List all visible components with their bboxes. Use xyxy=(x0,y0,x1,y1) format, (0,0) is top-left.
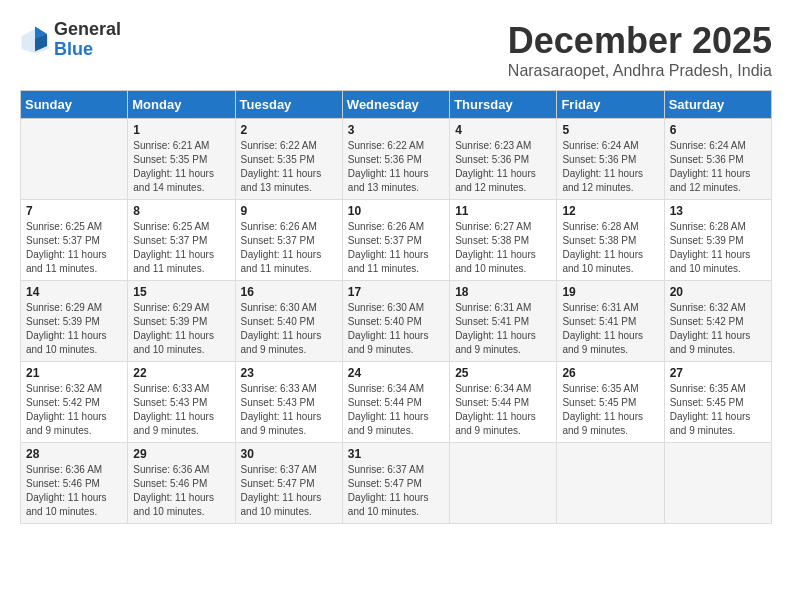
day-info: Sunrise: 6:36 AMSunset: 5:46 PMDaylight:… xyxy=(26,463,122,519)
calendar-cell: 8Sunrise: 6:25 AMSunset: 5:37 PMDaylight… xyxy=(128,200,235,281)
day-number: 22 xyxy=(133,366,229,380)
day-number: 21 xyxy=(26,366,122,380)
calendar-cell xyxy=(450,443,557,524)
logo-general-text: General xyxy=(54,20,121,40)
day-number: 28 xyxy=(26,447,122,461)
day-info: Sunrise: 6:32 AMSunset: 5:42 PMDaylight:… xyxy=(26,382,122,438)
calendar-week-5: 28Sunrise: 6:36 AMSunset: 5:46 PMDayligh… xyxy=(21,443,772,524)
calendar-cell: 16Sunrise: 6:30 AMSunset: 5:40 PMDayligh… xyxy=(235,281,342,362)
day-info: Sunrise: 6:25 AMSunset: 5:37 PMDaylight:… xyxy=(133,220,229,276)
day-info: Sunrise: 6:23 AMSunset: 5:36 PMDaylight:… xyxy=(455,139,551,195)
calendar-cell: 10Sunrise: 6:26 AMSunset: 5:37 PMDayligh… xyxy=(342,200,449,281)
day-info: Sunrise: 6:32 AMSunset: 5:42 PMDaylight:… xyxy=(670,301,766,357)
calendar-cell: 9Sunrise: 6:26 AMSunset: 5:37 PMDaylight… xyxy=(235,200,342,281)
calendar-week-2: 7Sunrise: 6:25 AMSunset: 5:37 PMDaylight… xyxy=(21,200,772,281)
calendar-cell: 18Sunrise: 6:31 AMSunset: 5:41 PMDayligh… xyxy=(450,281,557,362)
day-number: 11 xyxy=(455,204,551,218)
calendar-cell: 4Sunrise: 6:23 AMSunset: 5:36 PMDaylight… xyxy=(450,119,557,200)
calendar-cell: 13Sunrise: 6:28 AMSunset: 5:39 PMDayligh… xyxy=(664,200,771,281)
day-number: 14 xyxy=(26,285,122,299)
day-info: Sunrise: 6:28 AMSunset: 5:39 PMDaylight:… xyxy=(670,220,766,276)
logo-text: General Blue xyxy=(54,20,121,60)
day-number: 4 xyxy=(455,123,551,137)
logo-blue-text: Blue xyxy=(54,40,121,60)
day-number: 5 xyxy=(562,123,658,137)
logo-icon xyxy=(20,25,50,55)
day-info: Sunrise: 6:29 AMSunset: 5:39 PMDaylight:… xyxy=(26,301,122,357)
calendar-cell: 28Sunrise: 6:36 AMSunset: 5:46 PMDayligh… xyxy=(21,443,128,524)
day-info: Sunrise: 6:30 AMSunset: 5:40 PMDaylight:… xyxy=(241,301,337,357)
day-info: Sunrise: 6:31 AMSunset: 5:41 PMDaylight:… xyxy=(562,301,658,357)
calendar-body: 1Sunrise: 6:21 AMSunset: 5:35 PMDaylight… xyxy=(21,119,772,524)
day-info: Sunrise: 6:28 AMSunset: 5:38 PMDaylight:… xyxy=(562,220,658,276)
calendar-cell: 27Sunrise: 6:35 AMSunset: 5:45 PMDayligh… xyxy=(664,362,771,443)
day-info: Sunrise: 6:29 AMSunset: 5:39 PMDaylight:… xyxy=(133,301,229,357)
calendar-cell: 30Sunrise: 6:37 AMSunset: 5:47 PMDayligh… xyxy=(235,443,342,524)
month-title: December 2025 xyxy=(508,20,772,62)
day-number: 27 xyxy=(670,366,766,380)
day-number: 12 xyxy=(562,204,658,218)
calendar-cell: 26Sunrise: 6:35 AMSunset: 5:45 PMDayligh… xyxy=(557,362,664,443)
day-info: Sunrise: 6:22 AMSunset: 5:36 PMDaylight:… xyxy=(348,139,444,195)
day-number: 7 xyxy=(26,204,122,218)
day-info: Sunrise: 6:33 AMSunset: 5:43 PMDaylight:… xyxy=(133,382,229,438)
day-number: 15 xyxy=(133,285,229,299)
calendar-table: SundayMondayTuesdayWednesdayThursdayFrid… xyxy=(20,90,772,524)
day-number: 23 xyxy=(241,366,337,380)
day-info: Sunrise: 6:37 AMSunset: 5:47 PMDaylight:… xyxy=(241,463,337,519)
calendar-cell: 6Sunrise: 6:24 AMSunset: 5:36 PMDaylight… xyxy=(664,119,771,200)
day-number: 31 xyxy=(348,447,444,461)
calendar-cell: 5Sunrise: 6:24 AMSunset: 5:36 PMDaylight… xyxy=(557,119,664,200)
weekday-header-sunday: Sunday xyxy=(21,91,128,119)
calendar-cell: 23Sunrise: 6:33 AMSunset: 5:43 PMDayligh… xyxy=(235,362,342,443)
title-section: December 2025 Narasaraopet, Andhra Prade… xyxy=(508,20,772,80)
calendar-week-3: 14Sunrise: 6:29 AMSunset: 5:39 PMDayligh… xyxy=(21,281,772,362)
calendar-header: SundayMondayTuesdayWednesdayThursdayFrid… xyxy=(21,91,772,119)
weekday-header-row: SundayMondayTuesdayWednesdayThursdayFrid… xyxy=(21,91,772,119)
day-number: 9 xyxy=(241,204,337,218)
day-number: 1 xyxy=(133,123,229,137)
day-number: 2 xyxy=(241,123,337,137)
calendar-cell: 31Sunrise: 6:37 AMSunset: 5:47 PMDayligh… xyxy=(342,443,449,524)
day-number: 26 xyxy=(562,366,658,380)
day-info: Sunrise: 6:34 AMSunset: 5:44 PMDaylight:… xyxy=(455,382,551,438)
day-number: 16 xyxy=(241,285,337,299)
day-info: Sunrise: 6:30 AMSunset: 5:40 PMDaylight:… xyxy=(348,301,444,357)
day-info: Sunrise: 6:34 AMSunset: 5:44 PMDaylight:… xyxy=(348,382,444,438)
calendar-week-4: 21Sunrise: 6:32 AMSunset: 5:42 PMDayligh… xyxy=(21,362,772,443)
weekday-header-wednesday: Wednesday xyxy=(342,91,449,119)
calendar-cell xyxy=(557,443,664,524)
calendar-cell: 12Sunrise: 6:28 AMSunset: 5:38 PMDayligh… xyxy=(557,200,664,281)
calendar-week-1: 1Sunrise: 6:21 AMSunset: 5:35 PMDaylight… xyxy=(21,119,772,200)
day-info: Sunrise: 6:27 AMSunset: 5:38 PMDaylight:… xyxy=(455,220,551,276)
logo: General Blue xyxy=(20,20,121,60)
calendar-cell xyxy=(664,443,771,524)
calendar-cell: 14Sunrise: 6:29 AMSunset: 5:39 PMDayligh… xyxy=(21,281,128,362)
calendar-cell: 7Sunrise: 6:25 AMSunset: 5:37 PMDaylight… xyxy=(21,200,128,281)
day-info: Sunrise: 6:26 AMSunset: 5:37 PMDaylight:… xyxy=(241,220,337,276)
day-number: 30 xyxy=(241,447,337,461)
day-number: 10 xyxy=(348,204,444,218)
day-info: Sunrise: 6:22 AMSunset: 5:35 PMDaylight:… xyxy=(241,139,337,195)
day-number: 17 xyxy=(348,285,444,299)
day-info: Sunrise: 6:21 AMSunset: 5:35 PMDaylight:… xyxy=(133,139,229,195)
day-number: 19 xyxy=(562,285,658,299)
calendar-cell: 29Sunrise: 6:36 AMSunset: 5:46 PMDayligh… xyxy=(128,443,235,524)
day-number: 20 xyxy=(670,285,766,299)
day-info: Sunrise: 6:35 AMSunset: 5:45 PMDaylight:… xyxy=(670,382,766,438)
calendar-cell: 15Sunrise: 6:29 AMSunset: 5:39 PMDayligh… xyxy=(128,281,235,362)
day-number: 25 xyxy=(455,366,551,380)
day-info: Sunrise: 6:24 AMSunset: 5:36 PMDaylight:… xyxy=(670,139,766,195)
weekday-header-saturday: Saturday xyxy=(664,91,771,119)
calendar-cell: 19Sunrise: 6:31 AMSunset: 5:41 PMDayligh… xyxy=(557,281,664,362)
calendar-cell: 1Sunrise: 6:21 AMSunset: 5:35 PMDaylight… xyxy=(128,119,235,200)
day-number: 6 xyxy=(670,123,766,137)
day-info: Sunrise: 6:31 AMSunset: 5:41 PMDaylight:… xyxy=(455,301,551,357)
day-number: 24 xyxy=(348,366,444,380)
location-title: Narasaraopet, Andhra Pradesh, India xyxy=(508,62,772,80)
calendar-cell: 20Sunrise: 6:32 AMSunset: 5:42 PMDayligh… xyxy=(664,281,771,362)
day-number: 18 xyxy=(455,285,551,299)
calendar-cell: 17Sunrise: 6:30 AMSunset: 5:40 PMDayligh… xyxy=(342,281,449,362)
day-info: Sunrise: 6:24 AMSunset: 5:36 PMDaylight:… xyxy=(562,139,658,195)
day-info: Sunrise: 6:37 AMSunset: 5:47 PMDaylight:… xyxy=(348,463,444,519)
